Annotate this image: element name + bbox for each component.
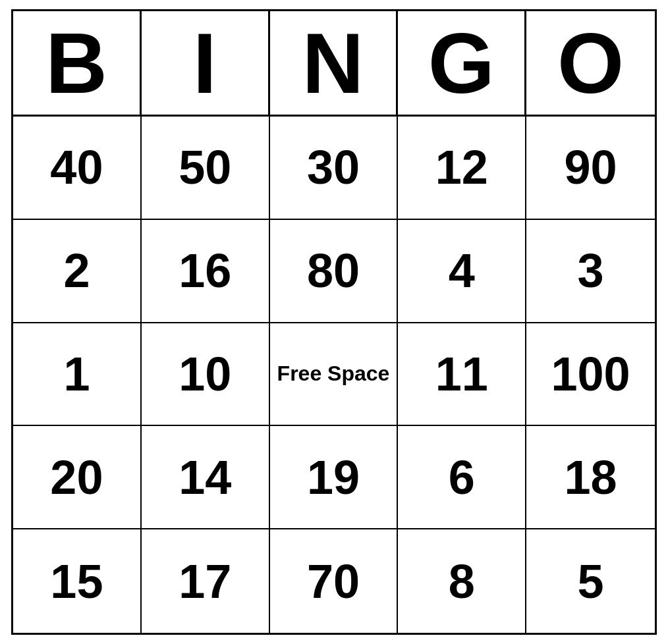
cell-r3-c4[interactable]: 18 (526, 426, 655, 529)
header-b: B (13, 11, 142, 115)
cell-r1-c1[interactable]: 16 (142, 220, 270, 323)
cell-r1-c0[interactable]: 2 (13, 220, 142, 323)
cell-r2-c4[interactable]: 100 (526, 323, 655, 427)
cell-r3-c0[interactable]: 20 (13, 426, 142, 529)
bingo-header: B I N G O (13, 11, 655, 117)
cell-r0-c4[interactable]: 90 (526, 117, 655, 220)
cell-r4-c3[interactable]: 8 (398, 529, 526, 633)
header-n: N (270, 11, 399, 115)
cell-r4-c2[interactable]: 70 (270, 529, 399, 633)
cell-r2-c3[interactable]: 11 (398, 323, 526, 427)
cell-r3-c3[interactable]: 6 (398, 426, 526, 529)
bingo-grid: 40503012902168043110Free Space1110020141… (13, 117, 655, 633)
cell-r2-c0[interactable]: 1 (13, 323, 142, 427)
header-i: I (142, 11, 270, 115)
cell-r0-c0[interactable]: 40 (13, 117, 142, 220)
cell-r3-c1[interactable]: 14 (142, 426, 270, 529)
cell-r1-c4[interactable]: 3 (526, 220, 655, 323)
cell-r3-c2[interactable]: 19 (270, 426, 399, 529)
cell-r0-c3[interactable]: 12 (398, 117, 526, 220)
cell-r2-c2[interactable]: Free Space (270, 323, 399, 427)
header-g: G (398, 11, 526, 115)
bingo-card: B I N G O 40503012902168043110Free Space… (11, 9, 657, 635)
cell-r2-c1[interactable]: 10 (142, 323, 270, 427)
cell-r4-c4[interactable]: 5 (526, 529, 655, 633)
cell-r0-c2[interactable]: 30 (270, 117, 399, 220)
cell-r4-c1[interactable]: 17 (142, 529, 270, 633)
cell-r4-c0[interactable]: 15 (13, 529, 142, 633)
cell-r1-c3[interactable]: 4 (398, 220, 526, 323)
header-o: O (526, 11, 655, 115)
cell-r1-c2[interactable]: 80 (270, 220, 399, 323)
cell-r0-c1[interactable]: 50 (142, 117, 270, 220)
